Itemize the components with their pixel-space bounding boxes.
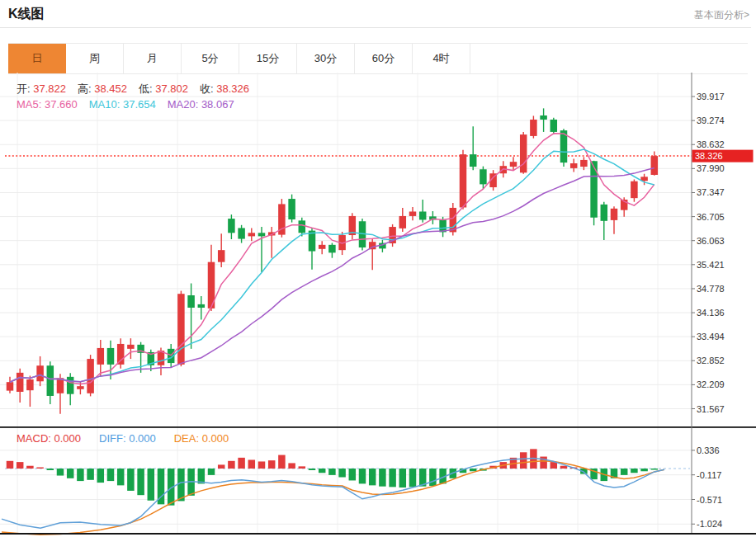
svg-text:38.326: 38.326 bbox=[695, 151, 723, 161]
svg-text:36.063: 36.063 bbox=[697, 236, 725, 246]
legend-high: 高: 38.452 bbox=[78, 82, 127, 97]
svg-text:33.494: 33.494 bbox=[697, 332, 725, 342]
bottom-separator bbox=[0, 533, 756, 535]
macd-legend: MACD: 0.000DIFF: 0.000DEA: 0.000 bbox=[17, 432, 229, 445]
kline-page: K线图 基本面分析> 日周月5分15分30分60分4时 39.91739.274… bbox=[0, 0, 756, 537]
ma10-line bbox=[10, 149, 654, 382]
svg-text:34.778: 34.778 bbox=[697, 284, 725, 294]
legend-low: 低: 37.802 bbox=[139, 82, 188, 97]
legend-dea: DEA: 0.000 bbox=[174, 432, 229, 445]
candles-layer bbox=[7, 108, 658, 413]
price-axis: 39.91739.27438.63237.99037.34736.70536.0… bbox=[692, 73, 725, 533]
kline-chart[interactable]: 39.91739.27438.63237.99037.34736.70536.0… bbox=[0, 0, 756, 537]
ohlc-legend: 开: 37.822高: 38.452低: 37.802收: 38.326 bbox=[17, 82, 249, 97]
gridlines-layer bbox=[0, 73, 692, 533]
svg-text:32.852: 32.852 bbox=[697, 356, 725, 365]
svg-text:37.990: 37.990 bbox=[697, 163, 725, 173]
legend-ma5: MA5: 37.660 bbox=[17, 98, 78, 111]
svg-text:35.421: 35.421 bbox=[697, 260, 725, 270]
macd-axis: 0.336-0.117-0.571-1.024 bbox=[692, 445, 722, 529]
panel-separator bbox=[0, 426, 756, 428]
svg-text:-0.117: -0.117 bbox=[697, 470, 721, 480]
svg-text:39.917: 39.917 bbox=[697, 92, 725, 101]
svg-text:34.136: 34.136 bbox=[697, 308, 725, 318]
svg-text:39.274: 39.274 bbox=[697, 115, 725, 125]
svg-text:0.336: 0.336 bbox=[697, 445, 720, 455]
legend-macd: MACD: 0.000 bbox=[17, 432, 81, 445]
svg-text:37.347: 37.347 bbox=[697, 187, 725, 197]
ma20-line bbox=[10, 168, 654, 383]
legend-ma20: MA20: 38.067 bbox=[168, 98, 234, 111]
legend-diff: DIFF: 0.000 bbox=[99, 432, 156, 445]
svg-text:32.209: 32.209 bbox=[697, 379, 725, 389]
svg-text:36.705: 36.705 bbox=[697, 212, 725, 222]
legend-open: 开: 37.822 bbox=[17, 82, 66, 97]
legend-ma10: MA10: 37.654 bbox=[89, 98, 156, 111]
legend-close: 收: 38.326 bbox=[200, 82, 249, 97]
svg-text:31.567: 31.567 bbox=[697, 404, 725, 414]
svg-text:-0.571: -0.571 bbox=[697, 495, 722, 505]
svg-text:-1.024: -1.024 bbox=[697, 519, 722, 529]
ma-legend: MA5: 37.660MA10: 37.654MA20: 38.067 bbox=[17, 98, 234, 111]
svg-text:38.632: 38.632 bbox=[697, 139, 725, 149]
macd-bars-layer bbox=[7, 449, 658, 505]
ma5-line bbox=[10, 134, 654, 384]
current-price-badge: 38.326 bbox=[692, 150, 754, 163]
